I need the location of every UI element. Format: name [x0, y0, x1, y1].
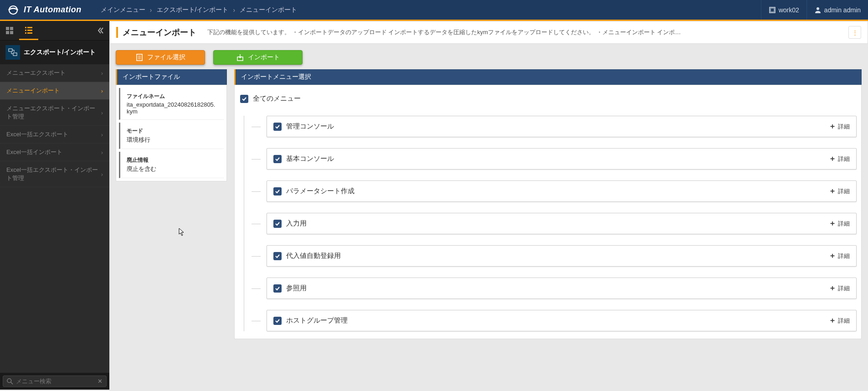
check-icon	[275, 156, 280, 162]
search-icon	[7, 378, 13, 385]
app-logo[interactable]: IT Automation	[0, 3, 88, 17]
sidebar-item[interactable]: メニューインポート›	[0, 82, 109, 100]
filename-label: ファイルネーム	[127, 93, 217, 100]
svg-rect-2	[770, 8, 774, 12]
tree-root-label: 全てのメニュー	[253, 94, 301, 103]
detail-label: 詳細	[838, 252, 850, 260]
page-kebab-menu[interactable]: ⋮	[848, 26, 861, 39]
import-file-panel: インポートファイル ファイルネーム ita_exportdata_2024082…	[116, 69, 227, 383]
user-button[interactable]: admin admin	[806, 0, 868, 20]
header-right: work02 admin admin	[761, 0, 868, 20]
more-vertical-icon: ⋮	[852, 29, 858, 36]
action-bar: ファイル選択 インポート	[109, 44, 868, 69]
app-name: IT Automation	[24, 5, 82, 15]
menu-tree: 全てのメニュー 管理コンソール＋詳細基本コンソール＋詳細パラメータシート作成＋詳…	[234, 85, 862, 339]
detail-label: 詳細	[838, 155, 850, 163]
sidebar-search-area: ✕	[0, 373, 109, 390]
tree-card: 参照用＋詳細	[267, 278, 857, 299]
sidebar-item-label: メニューエクスポート・インポート管理	[6, 104, 101, 121]
chevron-double-left-icon	[97, 27, 104, 34]
app-header: IT Automation メインメニュー › エクスポート/インポート › メ…	[0, 0, 868, 21]
discard-value: 廃止を含む	[127, 165, 217, 173]
breadcrumb-item-0[interactable]: メインメニュー	[99, 6, 147, 14]
plus-icon: ＋	[829, 122, 836, 131]
detail-button[interactable]: ＋詳細	[829, 186, 850, 196]
checkbox[interactable]	[273, 252, 282, 260]
svg-rect-14	[9, 49, 12, 51]
tree-card: パラメータシート作成＋詳細	[267, 180, 857, 202]
sidebar-item[interactable]: Excel一括インポート›	[0, 144, 109, 161]
filename-block: ファイルネーム ita_exportdata_20240826182805.ky…	[119, 88, 224, 120]
check-icon	[275, 189, 280, 194]
sidebar-item-label: メニューエクスポート	[6, 69, 66, 77]
checkbox[interactable]	[273, 317, 282, 325]
tree-card-label: 参照用	[286, 284, 829, 293]
svg-rect-5	[10, 27, 13, 30]
checkbox[interactable]	[273, 187, 282, 196]
detail-label: 詳細	[838, 284, 850, 293]
grid-icon	[5, 26, 14, 35]
breadcrumb-item-1[interactable]: エクスポート/インポート	[155, 6, 231, 14]
detail-button[interactable]: ＋詳細	[829, 154, 850, 164]
breadcrumb-item-2[interactable]: メニューインポート	[238, 6, 299, 14]
workspace-button[interactable]: work02	[761, 0, 806, 20]
svg-rect-11	[27, 30, 32, 31]
export-import-icon	[5, 45, 20, 60]
checkbox-all[interactable]	[240, 95, 248, 103]
tree-card-label: ホストグループ管理	[286, 316, 829, 325]
tree-card-label: 代入値自動登録用	[286, 252, 829, 260]
check-icon	[275, 253, 280, 259]
workspace-icon	[769, 6, 776, 14]
sidebar-collapse[interactable]	[92, 21, 109, 40]
sidebar-item-label: Excel一括エクスポート・インポート管理	[6, 166, 101, 182]
sidebar-view-grid[interactable]	[0, 21, 19, 40]
sidebar-group-label: エクスポート/インポート	[24, 48, 96, 57]
import-label: インポート	[248, 53, 280, 62]
main: メニューインポート 下記の機能を提供しています。 ・インポートデータのアップロー…	[109, 21, 868, 390]
svg-rect-10	[25, 30, 26, 31]
mode-block: モード 環境移行	[119, 123, 224, 149]
import-icon	[236, 53, 244, 62]
chevron-right-icon: ›	[101, 131, 103, 138]
checkbox[interactable]	[273, 220, 282, 228]
detail-label: 詳細	[838, 317, 850, 325]
sidebar-item[interactable]: メニューエクスポート›	[0, 64, 109, 82]
svg-rect-9	[27, 27, 32, 28]
svg-point-0	[9, 6, 17, 14]
sidebar-item[interactable]: Excel一括エクスポート›	[0, 126, 109, 144]
detail-button[interactable]: ＋詳細	[829, 219, 850, 228]
tree-card: ホストグループ管理＋詳細	[267, 310, 857, 331]
checkbox[interactable]	[273, 155, 282, 163]
sidebar-view-list[interactable]	[19, 21, 38, 40]
import-button[interactable]: インポート	[213, 50, 303, 65]
search-input[interactable]	[16, 378, 98, 385]
tree-card: 管理コンソール＋詳細	[267, 116, 857, 137]
detail-button[interactable]: ＋詳細	[829, 316, 850, 325]
plus-icon: ＋	[829, 283, 836, 293]
tree-card: 代入値自動登録用＋詳細	[267, 245, 857, 267]
sidebar-item[interactable]: メニューエクスポート・インポート管理›	[0, 100, 109, 126]
tree-card-label: パラメータシート作成	[286, 187, 829, 196]
sidebar-group-title: エクスポート/インポート	[0, 41, 109, 64]
page-description: 下記の機能を提供しています。 ・インポートデータのアップロード インポートするデ…	[207, 28, 845, 36]
detail-button[interactable]: ＋詳細	[829, 122, 850, 131]
svg-point-16	[7, 378, 11, 382]
svg-rect-6	[6, 31, 9, 34]
list-icon	[25, 26, 33, 34]
checkbox[interactable]	[273, 284, 282, 293]
detail-label: 詳細	[838, 123, 850, 131]
sidebar-item[interactable]: Excel一括エクスポート・インポート管理›	[0, 161, 109, 187]
chevron-right-icon: ›	[101, 109, 103, 116]
detail-button[interactable]: ＋詳細	[829, 251, 850, 261]
tree-card-label: 管理コンソール	[286, 122, 829, 131]
page-title: メニューインポート	[116, 27, 196, 38]
file-select-button[interactable]: ファイル選択	[116, 50, 205, 65]
tree-card-label: 入力用	[286, 219, 829, 228]
sidebar-search-box: ✕	[3, 376, 107, 387]
user-label: admin admin	[824, 6, 861, 14]
chevron-right-icon: ›	[101, 87, 103, 94]
checkbox[interactable]	[273, 123, 282, 131]
clear-icon[interactable]: ✕	[98, 378, 103, 385]
detail-button[interactable]: ＋詳細	[829, 283, 850, 293]
mode-value: 環境移行	[127, 136, 217, 144]
